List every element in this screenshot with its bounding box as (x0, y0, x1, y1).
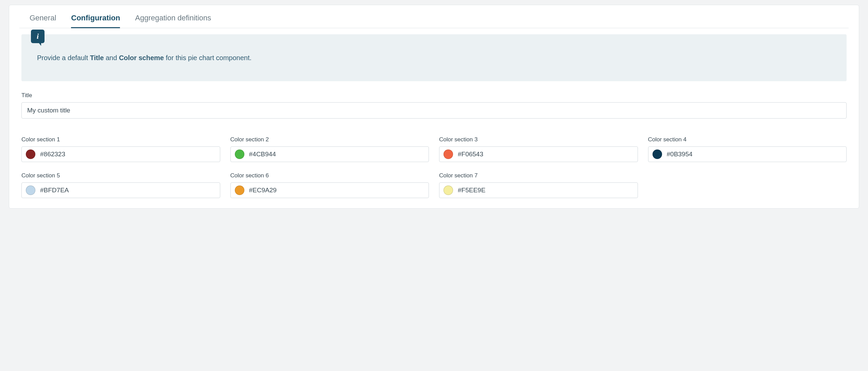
color-section-label: Color section 6 (230, 172, 429, 179)
color-section-label: Color section 2 (230, 136, 429, 143)
color-hex-input[interactable] (458, 151, 633, 158)
info-text: Provide a default Title and Color scheme… (37, 53, 831, 63)
color-input-wrap[interactable] (648, 146, 847, 162)
info-text-post: for this pie chart component. (164, 54, 251, 61)
color-swatch[interactable] (444, 149, 453, 159)
color-hex-input[interactable] (249, 151, 425, 158)
color-swatch[interactable] (235, 186, 244, 195)
color-section-label: Color section 4 (648, 136, 847, 143)
tab-content: i Provide a default Title and Color sche… (9, 34, 859, 208)
color-section-7: Color section 7 (439, 172, 638, 198)
color-section-6: Color section 6 (230, 172, 429, 198)
info-box: i Provide a default Title and Color sche… (21, 34, 847, 81)
color-section-label: Color section 5 (21, 172, 220, 179)
color-section-2: Color section 2 (230, 136, 429, 162)
color-swatch[interactable] (26, 186, 35, 195)
color-section-label: Color section 3 (439, 136, 638, 143)
color-swatch[interactable] (235, 149, 244, 159)
tab-bar: General Configuration Aggregation defini… (19, 5, 849, 28)
info-text-mid: and (104, 54, 119, 61)
info-text-pre: Provide a default (37, 54, 90, 61)
info-icon: i (31, 30, 45, 43)
color-section-5: Color section 5 (21, 172, 220, 198)
color-section-1: Color section 1 (21, 136, 220, 162)
title-input[interactable] (21, 102, 847, 119)
color-hex-input[interactable] (40, 151, 216, 158)
color-grid: Color section 1 Color section 2 Color se… (21, 136, 847, 198)
tab-configuration[interactable]: Configuration (71, 14, 120, 28)
color-section-4: Color section 4 (648, 136, 847, 162)
color-input-wrap[interactable] (439, 182, 638, 198)
color-section-3: Color section 3 (439, 136, 638, 162)
color-input-wrap[interactable] (230, 182, 429, 198)
color-hex-input[interactable] (458, 187, 633, 194)
title-field-group: Title (21, 92, 847, 119)
color-hex-input[interactable] (40, 187, 216, 194)
color-swatch[interactable] (653, 149, 662, 159)
tab-general[interactable]: General (30, 14, 56, 28)
config-card: General Configuration Aggregation defini… (9, 5, 859, 209)
info-text-title: Title (90, 54, 104, 61)
color-swatch[interactable] (26, 149, 35, 159)
color-input-wrap[interactable] (439, 146, 638, 162)
title-label: Title (21, 92, 847, 99)
color-input-wrap[interactable] (21, 182, 220, 198)
color-section-label: Color section 1 (21, 136, 220, 143)
color-input-wrap[interactable] (21, 146, 220, 162)
color-swatch[interactable] (444, 186, 453, 195)
color-section-label: Color section 7 (439, 172, 638, 179)
info-text-scheme: Color scheme (119, 54, 164, 61)
tab-aggregation-definitions[interactable]: Aggregation definitions (135, 14, 211, 28)
color-hex-input[interactable] (667, 151, 843, 158)
color-hex-input[interactable] (249, 187, 425, 194)
color-input-wrap[interactable] (230, 146, 429, 162)
